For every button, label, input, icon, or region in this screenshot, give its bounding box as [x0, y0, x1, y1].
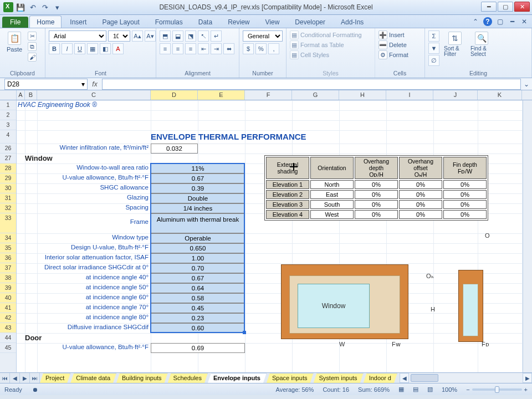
ribbon-tab-home[interactable]: Home	[29, 16, 62, 28]
comma-icon[interactable]: ,	[268, 43, 279, 54]
hscroll-right-icon[interactable]: ▶	[523, 373, 532, 383]
fill-icon[interactable]: ▼	[428, 43, 439, 54]
value-r36[interactable]: 1.00	[151, 253, 245, 263]
font-name-select[interactable]: Arial	[49, 30, 106, 42]
insert-cells-label[interactable]: Insert	[389, 32, 405, 38]
col-header-D[interactable]: D	[151, 90, 198, 100]
etable-r2-c2[interactable]: 0%	[355, 200, 398, 209]
col-header-H[interactable]: H	[339, 90, 386, 100]
col-header-E[interactable]: E	[198, 90, 245, 100]
value-r31[interactable]: Double	[151, 193, 245, 203]
ribbon-tab-data[interactable]: Data	[191, 16, 219, 28]
formula-expand-icon[interactable]: ⌄	[521, 80, 532, 88]
col-header-F[interactable]: F	[245, 90, 292, 100]
col-header-B[interactable]: B	[25, 90, 37, 100]
tab-next-icon[interactable]: ▶	[20, 373, 30, 383]
col-header-C[interactable]: C	[37, 90, 151, 100]
sheet-tab-indoor-d[interactable]: Indoor d	[364, 373, 397, 383]
view-layout-icon[interactable]: ▤	[413, 386, 418, 393]
row-header-1[interactable]: 1	[0, 100, 16, 110]
number-format-select[interactable]: General	[243, 30, 283, 42]
etable-r2-c3[interactable]: 0%	[399, 200, 442, 209]
ribbon-tab-insert[interactable]: Insert	[63, 16, 94, 28]
delete-cells-icon[interactable]: ➖	[378, 40, 387, 49]
horizontal-scrollbar[interactable]: ◀ ▶	[400, 373, 532, 383]
find-select-button[interactable]: 🔍Find & Select	[470, 30, 493, 57]
redo-icon[interactable]: ↷	[40, 2, 50, 12]
sub-close-icon[interactable]: ✕	[520, 17, 529, 26]
etable-r0-c1[interactable]: North	[310, 180, 354, 189]
value-r29[interactable]: 0.67	[151, 173, 245, 183]
qat-dropdown-icon[interactable]: ▾	[52, 2, 62, 12]
row-header-39[interactable]: 39	[0, 283, 16, 293]
minimize-ribbon-icon[interactable]: ⌃	[471, 17, 480, 26]
close-button[interactable]: ✕	[514, 2, 530, 12]
fx-icon[interactable]: fx	[88, 80, 102, 88]
file-tab[interactable]: File	[2, 17, 28, 28]
ribbon-tab-review[interactable]: Review	[221, 16, 257, 28]
sub-minimize-icon[interactable]: ━	[508, 17, 516, 26]
worksheet[interactable]: 1234262728293031323334353637383940414243…	[0, 100, 532, 372]
wrap-text-icon[interactable]: ↵	[211, 30, 222, 42]
value-r35[interactable]: 0.650	[151, 243, 245, 253]
sheet-tab-building-inputs[interactable]: Building inputs	[116, 373, 168, 383]
value-r39[interactable]: 0.64	[151, 283, 245, 293]
align-bottom-icon[interactable]: ⬔	[185, 30, 196, 42]
name-box[interactable]: D28 ▾	[4, 79, 88, 90]
format-cells-icon[interactable]: ⚙	[378, 50, 387, 59]
italic-button[interactable]: I	[62, 43, 73, 54]
undo-icon[interactable]: ↶	[28, 2, 38, 12]
ribbon-tab-page-layout[interactable]: Page Layout	[95, 16, 146, 28]
increase-indent-icon[interactable]: ⇥	[211, 43, 222, 54]
etable-r3-c3[interactable]: 0%	[399, 210, 442, 219]
col-header-A[interactable]: A	[17, 90, 25, 100]
value-r42[interactable]: 0.23	[151, 313, 245, 323]
row-header-4[interactable]: 4	[0, 130, 16, 144]
etable-r3-c4[interactable]: 0%	[443, 210, 487, 219]
row-header-2[interactable]: 2	[0, 110, 16, 120]
zoom-in-icon[interactable]: +	[524, 386, 528, 393]
sheet-tab-schedules[interactable]: Schedules	[168, 373, 208, 383]
row-header-34[interactable]: 34	[0, 233, 16, 243]
namebox-dropdown-icon[interactable]: ▾	[81, 80, 85, 88]
row-header-45[interactable]: 45	[0, 343, 16, 353]
value-r40[interactable]: 0.58	[151, 293, 245, 303]
border-button[interactable]: ▦	[87, 43, 98, 54]
sort-filter-button[interactable]: ⇅Sort & Filter	[444, 30, 466, 57]
shrink-font-icon[interactable]: A▾	[145, 30, 156, 42]
row-header-38[interactable]: 38	[0, 273, 16, 283]
value-r30[interactable]: 0.39	[151, 183, 245, 193]
align-right-icon[interactable]: ≡	[185, 43, 196, 54]
row-header-42[interactable]: 42	[0, 313, 16, 323]
ribbon-tab-view[interactable]: View	[258, 16, 287, 28]
view-pagebreak-icon[interactable]: ▧	[427, 386, 433, 393]
minimize-button[interactable]: ━	[481, 2, 497, 12]
value-r38[interactable]: 0.67	[151, 273, 245, 283]
fill-color-button[interactable]: ◧	[100, 43, 111, 54]
row-header-32[interactable]: 32	[0, 203, 16, 213]
align-center-icon[interactable]: ≡	[172, 43, 183, 54]
sheet-tab-space-inputs[interactable]: Space inputs	[267, 373, 314, 383]
etable-r0-c2[interactable]: 0%	[355, 180, 398, 189]
align-middle-icon[interactable]: ⬓	[172, 30, 183, 42]
sheet-tab-climate-data[interactable]: Climate data	[70, 373, 116, 383]
align-left-icon[interactable]: ≡	[160, 43, 171, 54]
row-header-31[interactable]: 31	[0, 193, 16, 203]
row-header-30[interactable]: 30	[0, 183, 16, 193]
row-header-43[interactable]: 43	[0, 323, 16, 333]
decrease-indent-icon[interactable]: ⇤	[198, 43, 209, 54]
copy-icon[interactable]: ⧉	[28, 42, 37, 51]
col-header-G[interactable]: G	[292, 90, 339, 100]
sheet-tab-envelope-inputs[interactable]: Envelope inputs	[208, 373, 267, 383]
etable-r1-c4[interactable]: 0%	[443, 190, 487, 199]
format-painter-icon[interactable]: 🖌	[28, 53, 37, 62]
bold-button[interactable]: B	[49, 43, 60, 54]
ribbon-tab-add-ins[interactable]: Add-Ins	[334, 16, 371, 28]
value-r32[interactable]: 1/4 inches	[151, 203, 245, 213]
currency-icon[interactable]: $	[243, 43, 254, 54]
etable-r0-c4[interactable]: 0%	[443, 180, 487, 189]
row-header-37[interactable]: 37	[0, 263, 16, 273]
etable-r1-c3[interactable]: 0%	[399, 190, 442, 199]
cell-styles-icon[interactable]: ▦	[290, 50, 299, 59]
etable-r3-c1[interactable]: West	[310, 210, 354, 219]
